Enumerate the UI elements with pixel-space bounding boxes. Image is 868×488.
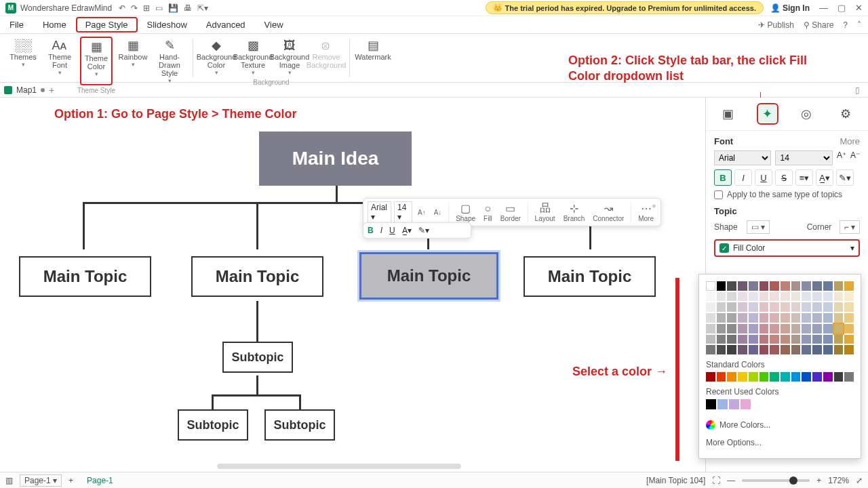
- menu-advanced[interactable]: Advanced: [197, 17, 255, 33]
- color-swatch[interactable]: [717, 335, 726, 344]
- theme-font-button[interactable]: AᴀTheme Font▾: [43, 37, 76, 85]
- color-swatch[interactable]: [749, 335, 758, 344]
- color-swatch[interactable]: [844, 313, 854, 323]
- color-swatch[interactable]: [781, 335, 790, 344]
- help-icon[interactable]: ?: [843, 20, 848, 30]
- node-subtopic-1[interactable]: Subtopic: [222, 342, 293, 373]
- color-swatch[interactable]: [738, 345, 747, 354]
- apply-same-checkbox[interactable]: [714, 190, 723, 199]
- color-swatch[interactable]: [812, 372, 822, 382]
- color-swatch[interactable]: [749, 324, 758, 333]
- color-swatch[interactable]: [844, 324, 854, 333]
- new-icon[interactable]: ⊞: [143, 3, 150, 13]
- color-swatch[interactable]: [823, 292, 833, 302]
- color-swatch[interactable]: [834, 372, 844, 382]
- color-swatch[interactable]: [727, 292, 736, 302]
- color-swatch[interactable]: [802, 302, 811, 312]
- undo-icon[interactable]: ↶: [119, 3, 125, 13]
- node-main-topic-2[interactable]: Main Topic: [191, 256, 323, 297]
- themes-button[interactable]: ░░Themes▾: [7, 37, 39, 85]
- color-swatch[interactable]: [706, 324, 715, 333]
- color-swatch[interactable]: [741, 399, 751, 409]
- bg-texture-button[interactable]: ▩Background Texture▾: [237, 37, 269, 77]
- watermark-button[interactable]: ▤Watermark: [357, 37, 389, 62]
- theme-color-button[interactable]: ▦Theme Color▾: [80, 37, 113, 85]
- font-color-button[interactable]: A̲▾: [816, 169, 833, 186]
- color-swatch[interactable]: [834, 313, 844, 323]
- color-swatch[interactable]: [717, 399, 728, 409]
- color-swatch[interactable]: [770, 302, 779, 312]
- outline-icon[interactable]: ▥: [5, 476, 13, 485]
- collapse-ribbon-icon[interactable]: ˄: [857, 20, 861, 30]
- color-swatch[interactable]: [802, 335, 811, 344]
- color-swatch[interactable]: [717, 345, 726, 354]
- node-main-topic-3-selected[interactable]: Main Topic: [359, 252, 498, 300]
- color-swatch[interactable]: [781, 281, 790, 291]
- color-swatch[interactable]: [749, 302, 758, 312]
- color-swatch[interactable]: [844, 335, 854, 344]
- color-swatch[interactable]: [781, 313, 790, 323]
- float-border-button[interactable]: ▭Border: [498, 203, 524, 222]
- color-swatch[interactable]: [844, 292, 854, 302]
- color-swatch[interactable]: [770, 345, 779, 354]
- color-swatch[interactable]: [738, 281, 747, 291]
- fill-color-dropdown[interactable]: ✓ Fill Color ▾: [714, 239, 860, 257]
- color-swatch[interactable]: [834, 324, 844, 333]
- color-swatch[interactable]: [802, 345, 811, 354]
- color-swatch[interactable]: [844, 281, 854, 291]
- minimize-icon[interactable]: —: [819, 3, 828, 13]
- font-family-select[interactable]: Arial: [714, 150, 771, 165]
- float-font-select[interactable]: Arial ▾: [368, 201, 391, 223]
- trial-banner[interactable]: 👑The trial period has expired. Upgrade t…: [486, 1, 764, 14]
- corner-select[interactable]: ⌐ ▾: [840, 220, 860, 234]
- color-swatch[interactable]: [802, 324, 811, 333]
- color-swatch[interactable]: [823, 281, 833, 291]
- color-swatch[interactable]: [770, 335, 779, 344]
- color-swatch[interactable]: [791, 302, 801, 312]
- float-underline-icon[interactable]: U: [389, 226, 395, 235]
- float-bold-icon[interactable]: B: [368, 226, 374, 235]
- export-icon[interactable]: ⇱▾: [197, 3, 208, 13]
- bold-button[interactable]: B: [714, 169, 732, 186]
- color-swatch[interactable]: [760, 313, 769, 323]
- fullscreen-icon[interactable]: ⤢: [856, 476, 863, 485]
- panel-tab-style[interactable]: ✦: [757, 103, 778, 125]
- color-swatch[interactable]: [781, 345, 790, 354]
- color-swatch[interactable]: [812, 345, 822, 354]
- node-main-topic-1[interactable]: Main Topic: [19, 256, 151, 297]
- color-swatch[interactable]: [791, 281, 801, 291]
- color-swatch[interactable]: [717, 324, 726, 333]
- color-swatch[interactable]: [717, 281, 726, 291]
- color-swatch[interactable]: [834, 302, 844, 312]
- menu-view[interactable]: View: [255, 17, 293, 33]
- color-swatch[interactable]: [760, 292, 769, 302]
- float-branch-button[interactable]: ⊹Branch: [561, 203, 588, 222]
- float-shape-button[interactable]: ▢Shape: [453, 203, 478, 222]
- color-swatch[interactable]: [706, 335, 715, 344]
- toggle-panel-icon[interactable]: ▯: [855, 85, 860, 95]
- zoom-out-button[interactable]: —: [727, 476, 735, 485]
- color-swatch[interactable]: [823, 345, 833, 354]
- color-swatch[interactable]: [760, 345, 769, 354]
- color-swatch[interactable]: [770, 292, 779, 302]
- float-connector-button[interactable]: ↝Connector: [590, 203, 627, 222]
- color-swatch[interactable]: [717, 292, 726, 302]
- color-swatch[interactable]: [844, 345, 854, 354]
- color-swatch[interactable]: [738, 313, 747, 323]
- zoom-slider[interactable]: [742, 479, 810, 482]
- color-swatch[interactable]: [717, 302, 726, 312]
- shape-select[interactable]: ▭ ▾: [747, 220, 770, 234]
- float-italic-icon[interactable]: I: [380, 226, 382, 235]
- bg-color-button[interactable]: ◆Background Color▾: [200, 37, 233, 77]
- zoom-in-button[interactable]: +: [816, 476, 821, 485]
- color-swatch[interactable]: [749, 372, 758, 382]
- signin-button[interactable]: 👤Sign In: [770, 3, 810, 13]
- publish-button[interactable]: ✈ Publish: [758, 20, 794, 30]
- panel-tab-location[interactable]: ◎: [795, 103, 817, 125]
- color-swatch[interactable]: [727, 324, 736, 333]
- float-layout-button[interactable]: 品Layout: [532, 203, 558, 222]
- color-swatch[interactable]: [823, 313, 833, 323]
- color-swatch[interactable]: [812, 302, 822, 312]
- color-swatch[interactable]: [760, 302, 769, 312]
- menu-slideshow[interactable]: Slideshow: [138, 17, 197, 33]
